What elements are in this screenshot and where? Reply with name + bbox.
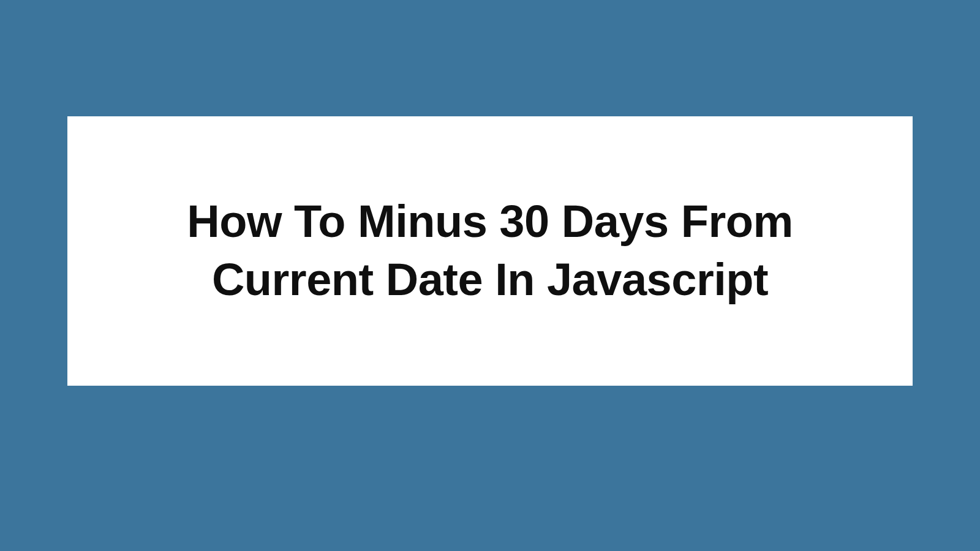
page-title: How To Minus 30 Days From Current Date I… (116, 193, 864, 309)
title-card: How To Minus 30 Days From Current Date I… (67, 116, 913, 386)
